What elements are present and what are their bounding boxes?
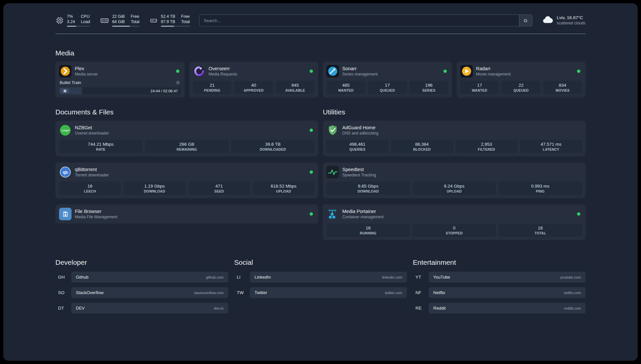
stat-label: QUERIES: [327, 147, 388, 151]
service-subtitle: Movie management: [476, 72, 511, 76]
service-name: Plex: [75, 66, 98, 71]
stat-box: 22 QUEUED: [502, 81, 540, 94]
bookmark-pill[interactable]: YouTube youtube.com: [429, 272, 586, 283]
stat-box: 86,384 BLOCKED: [391, 140, 453, 153]
weather-condition: scattered clouds: [557, 21, 586, 26]
stat-value: 9.24 Gbps: [413, 184, 495, 189]
bookmark-name: StackOverflow: [76, 290, 104, 295]
service-card[interactable]: Media Portainer Container management 16 …: [323, 204, 586, 240]
svg-text:qb: qb: [63, 170, 68, 175]
disk-free-label: Free: [181, 14, 190, 19]
stat-label: APPROVED: [235, 88, 272, 92]
bookmark-abbr: TW: [234, 290, 250, 295]
stat-box: 618.52 Mbps UPLOAD: [253, 182, 315, 195]
search-provider-button[interactable]: G: [519, 15, 532, 26]
bookmark-pill[interactable]: LinkedIn linkedin.com: [250, 272, 407, 283]
bookmark-pill[interactable]: Github github.com: [71, 272, 228, 283]
player-time: 24:44 / 02:06:47: [150, 89, 181, 93]
stat-label: UPLOAD: [413, 189, 495, 193]
stat-label: REMAINING: [146, 147, 228, 151]
pause-button[interactable]: [60, 88, 69, 93]
service-card[interactable]: Radarr Movie management 17 WANTED 22 QUE…: [457, 62, 586, 98]
top-bar: 7% 3.24 CPU Load: [55, 13, 586, 28]
bookmark[interactable]: LI LinkedIn linkedin.com: [234, 272, 407, 283]
stat-label: RATE: [60, 147, 142, 151]
bookmark-name: Twitter: [255, 290, 267, 295]
cloud-icon: [542, 14, 554, 27]
stat-label: QUEUED: [502, 88, 540, 92]
stat-box: 498,461 QUERIES: [326, 140, 388, 153]
bookmark[interactable]: YT YouTube youtube.com: [413, 272, 586, 283]
cpu-load-value: 3.24: [67, 19, 75, 25]
stat-box: 39.6 TB DOWNLOADED: [231, 140, 315, 153]
service-card[interactable]: Plex Media server Bullet Train: [55, 62, 185, 98]
bookmark[interactable]: NF Netflix netflix.com: [413, 287, 586, 298]
service-card[interactable]: qb qBittorrent Torrent downloader 16 LEE…: [55, 163, 318, 198]
stat-value: 16: [499, 226, 581, 230]
memory-free-value: 22 GiB: [112, 14, 125, 19]
bookmark-pill[interactable]: DEV dev.to: [71, 303, 228, 314]
bookmark-pill[interactable]: Twitter twitter.com: [250, 287, 407, 298]
service-card[interactable]: Sonarr Series management 485 WANTED 17 Q…: [323, 62, 452, 98]
resource-widgets: 7% 3.24 CPU Load: [55, 14, 190, 27]
bookmark-pill[interactable]: Reddit reddit.com: [429, 303, 586, 314]
stat-value: 2,953: [456, 142, 517, 147]
filebrowser-icon: [59, 208, 72, 220]
stat-box: 47.571 ms LATENCY: [520, 140, 582, 153]
status-dot: [310, 70, 313, 73]
stat-label: PING: [499, 189, 581, 193]
bookmark-pill[interactable]: StackOverflow stackoverflow.com: [71, 287, 228, 298]
bookmark-domain: github.com: [206, 275, 224, 279]
bookmark-domain: youtube.com: [560, 275, 581, 279]
service-subtitle: Usenet downloader: [75, 131, 109, 136]
stat-box: 945 AVAILABLE: [276, 81, 315, 94]
bookmark[interactable]: DT DEV dev.to: [55, 303, 228, 314]
stat-label: FILTERED: [456, 147, 517, 151]
service-stats-row: 16 LEECH 1.19 Gbps DOWNLOAD 471 SEED 618…: [59, 182, 315, 195]
gear-icon[interactable]: [175, 80, 180, 85]
cpu-percent: 7%: [67, 14, 75, 19]
service-name: NZBGet: [75, 125, 109, 130]
bookmark-pill[interactable]: Netflix netflix.com: [429, 287, 586, 298]
stat-value: 22: [502, 83, 540, 88]
section-title-social: Social: [234, 258, 407, 266]
bookmark-name: Netflix: [433, 290, 445, 295]
bookmark[interactable]: RE Reddit reddit.com: [413, 303, 586, 314]
stat-label: SERIES: [410, 88, 448, 92]
service-card[interactable]: nzbget NZBGet Usenet downloader 744.21 M…: [55, 121, 318, 156]
service-subtitle: Series management: [342, 72, 378, 76]
service-card[interactable]: AdGuard Home DNS and adblocking 498,461 …: [323, 121, 586, 156]
weather-location: Lviv, 16.87°C: [557, 15, 586, 21]
status-dot: [176, 70, 179, 73]
search-bar[interactable]: G: [199, 15, 533, 26]
service-name: Radarr: [476, 66, 511, 71]
status-dot: [310, 212, 313, 216]
stat-label: DOWNLOAD: [124, 189, 185, 193]
section-title-documents: Documents & Files: [55, 108, 318, 116]
bookmark-abbr: NF: [413, 290, 429, 295]
bookmark[interactable]: TW Twitter twitter.com: [234, 287, 407, 298]
service-subtitle: Media server: [75, 72, 98, 76]
bookmark-domain: dev.to: [214, 306, 224, 310]
service-card[interactable]: Speedtest Speedtest Tracking 9.65 Gbps D…: [323, 163, 586, 198]
bookmark-abbr: YT: [413, 275, 429, 280]
stat-box: 1.19 Gbps DOWNLOAD: [124, 182, 186, 195]
service-card[interactable]: Overseerr Media Requests 21 PENDING 40 A…: [189, 62, 319, 98]
stat-value: 1.19 Gbps: [124, 184, 185, 189]
search-input[interactable]: [199, 15, 519, 26]
memory-usage-bar-fill: [112, 26, 130, 27]
topbar-divider: [55, 34, 586, 34]
bookmark[interactable]: GH Github github.com: [55, 272, 228, 283]
stat-box: 2,953 FILTERED: [456, 140, 518, 153]
dashboard-root: 7% 3.24 CPU Load: [3, 3, 638, 361]
service-card[interactable]: File Browser Media File Management: [55, 204, 318, 224]
stat-value: 16: [60, 184, 120, 189]
stat-box: 40 APPROVED: [234, 81, 273, 94]
bookmark[interactable]: SO StackOverflow stackoverflow.com: [55, 287, 228, 298]
disk-free-value: 52.4 TB: [161, 14, 175, 19]
player-progress-bar[interactable]: 24:44 / 02:06:47: [59, 87, 181, 94]
status-dot: [577, 70, 580, 73]
stat-value: 471: [189, 184, 250, 189]
stat-box: 9.24 Gbps UPLOAD: [412, 182, 496, 195]
stat-box: 744.21 Mbps RATE: [59, 140, 142, 153]
